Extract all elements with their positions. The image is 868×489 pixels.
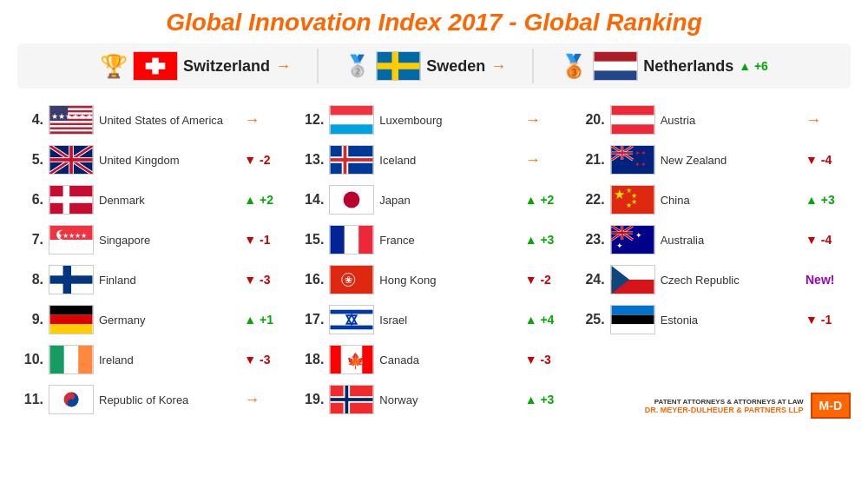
rank-23: 23. ✦ ✦ Australia ▼ -4 [579,221,851,259]
svg-rect-42 [64,346,78,373]
flag-ireland [49,345,94,374]
md-logo: M-D [811,393,851,419]
svg-rect-5 [392,52,399,80]
rank-17: 17. Israel ▲ +4 [298,301,569,339]
flag-switzerland [133,51,178,81]
bronze-trophy-icon: 🥉 [560,53,588,80]
switzerland-trend: → [275,57,291,76]
patent-line1: PATENT ATTORNEYS & ATTORNEYS AT LAW [645,398,804,406]
svg-rect-26 [69,146,73,174]
rankings-grid: 4. ★★★★★★ United States of America → 5. [17,101,851,419]
top3-switzerland: 🏆 Switzerland → [100,51,291,81]
svg-rect-49 [331,116,373,125]
svg-rect-43 [78,346,92,373]
flag-japan [329,185,374,215]
flag-newzealand: ✦✦ ✦✦ [610,145,655,175]
svg-rect-2 [146,63,166,69]
svg-rect-28 [50,196,93,203]
flag-korea [49,385,94,414]
rank-8: 8. Finland ▼ -3 [17,261,289,299]
flag-estonia [610,305,655,334]
flag-czech [610,265,655,294]
svg-rect-41 [50,346,64,373]
rank-13: 13. Iceland → [298,141,569,179]
svg-rect-38 [50,306,93,315]
svg-text:✦✦: ✦✦ [635,149,647,157]
svg-text:★: ★ [614,187,625,202]
svg-rect-80 [611,124,654,134]
svg-point-47 [68,400,75,406]
top3-switzerland-name: Switzerland [183,57,270,76]
svg-rect-50 [331,124,373,134]
svg-rect-114 [611,306,654,315]
flag-usa: ★★★★★★ [49,105,94,135]
flag-uk [49,145,94,175]
rank-6: 6. Denmark ▲ +2 [17,181,289,219]
flag-australia: ✦ ✦ [610,225,655,254]
top3-sweden: 🥈 Sweden → [345,51,506,81]
rank-5: 5. United Kingdom ▼ -2 [17,141,289,179]
top3-netherlands: 🥉 Netherlands ▲ +6 [560,51,768,81]
top3-netherlands-name: Netherlands [643,57,733,76]
svg-rect-78 [611,106,654,116]
svg-rect-60 [359,226,373,254]
svg-text:★: ★ [626,202,632,209]
svg-text:✦: ✦ [616,241,623,250]
flag-netherlands [593,51,638,81]
svg-point-57 [344,192,360,208]
svg-rect-90 [621,146,622,160]
silver-trophy-icon: 🥈 [345,54,371,78]
flag-canada: 🍁 [329,345,374,374]
svg-rect-39 [50,315,93,325]
svg-rect-13 [50,121,93,122]
svg-text:★★★★★: ★★★★★ [56,232,87,240]
flag-singapore: ★★★★★ [49,225,94,254]
svg-rect-77 [345,386,349,413]
page-container: Global Innovation Index 2017 - Global Ra… [0,0,868,489]
flag-germany [49,305,94,334]
flag-denmark [49,185,94,215]
svg-rect-7 [595,52,637,62]
separator1 [317,49,319,83]
rank-9: 9. Germany ▲ +1 [17,301,289,339]
rank-22: 22. ★★★★★ China ▲ +3 [579,181,851,219]
svg-rect-48 [331,106,373,116]
svg-text:★★★★★★: ★★★★★★ [51,111,93,121]
netherlands-trend: ▲ +6 [739,59,768,73]
rank-12: 12. Luxembourg → [298,101,569,139]
svg-rect-76 [331,398,373,401]
separator2 [532,49,534,83]
svg-rect-55 [344,146,347,174]
rank-7: 7. ★★★★★ Singapore ▼ -1 [17,221,289,259]
column-1: 4. ★★★★★★ United States of America → 5. [17,101,289,419]
top3-sweden-name: Sweden [426,57,485,76]
svg-text:✦: ✦ [635,230,641,240]
flag-china: ★★★★★ [610,185,655,215]
rank-4: 4. ★★★★★★ United States of America → [17,101,289,139]
patent-line2: DR. MEYER-DULHEUER & PARTNERS LLP [645,406,804,414]
svg-rect-79 [611,116,654,125]
top3-section: 🏆 Switzerland → 🥈 Sweden → 🥉 Nether [17,43,851,89]
svg-rect-29 [63,186,70,214]
svg-text:✦✦: ✦✦ [635,161,647,169]
svg-rect-58 [331,226,345,254]
flag-luxembourg [329,105,374,135]
flag-hongkong: ❀ [329,265,374,294]
svg-rect-115 [611,315,654,325]
svg-rect-54 [331,158,373,162]
page-title: Global Innovation Index 2017 - Global Ra… [17,9,851,36]
svg-rect-31 [50,240,93,254]
column-2: 12. Luxembourg → 13. Iceland → [298,101,569,419]
flag-france [329,225,374,254]
flag-iceland [329,145,374,175]
svg-rect-37 [63,266,71,294]
svg-text:❀: ❀ [345,274,352,285]
svg-point-46 [68,393,75,400]
flag-sweden [376,51,421,81]
svg-rect-59 [345,226,358,254]
column-3: 20. Austria → 21. [579,101,851,419]
patent-text-block: PATENT ATTORNEYS & ATTORNEYS AT LAW DR. … [645,398,804,414]
flag-israel [329,305,374,334]
rank-11: 11. Republic of Korea → [17,380,289,419]
svg-rect-116 [611,324,654,334]
